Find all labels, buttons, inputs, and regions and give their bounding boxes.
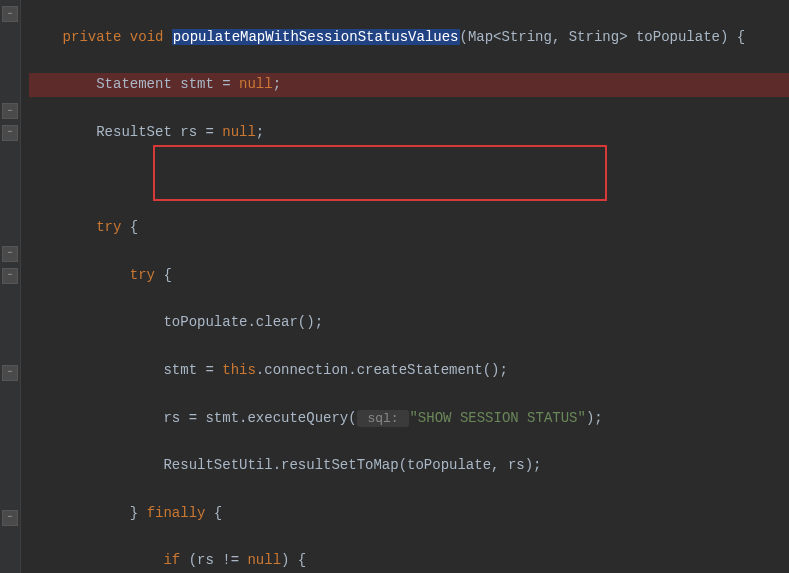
fold-toggle-icon[interactable]: − [2,268,18,284]
code-text: stmt = [29,362,222,378]
code-text: ResultSet rs = [29,124,222,140]
code-line[interactable]: ResultSet rs = null; [29,121,789,145]
fold-toggle-icon[interactable]: − [2,103,18,119]
code-text: (rs != [189,552,248,568]
code-text: } [29,505,147,521]
code-editor[interactable]: − − − − − − − private void po [0,0,789,573]
keyword-this: this [222,362,256,378]
fold-toggle-icon[interactable]: − [2,125,18,141]
code-line[interactable]: stmt = this.connection.createStatement()… [29,359,789,383]
code-text: { [130,219,138,235]
code-text: ) { [281,552,306,568]
code-text: { [163,267,171,283]
code-area[interactable]: private void populateMapWithSessionStatu… [21,0,789,573]
code-line[interactable]: rs = stmt.executeQuery( sql: "SHOW SESSI… [29,407,789,431]
keyword: void [130,29,172,45]
code-text: ; [273,76,281,92]
code-line[interactable]: if (rs != null) { [29,549,789,573]
code-text: { [214,505,222,521]
fold-toggle-icon[interactable]: − [2,246,18,262]
code-line[interactable]: try { [29,216,789,240]
code-text: rs = stmt.executeQuery( [29,410,357,426]
code-text: Statement stmt = [29,76,239,92]
code-text: .connection.createStatement(); [256,362,508,378]
code-line-error[interactable]: Statement stmt = null; [29,73,789,97]
code-text: ; [256,124,264,140]
code-text: toPopulate.clear(); [29,314,323,330]
fold-toggle-icon[interactable]: − [2,365,18,381]
code-line[interactable]: toPopulate.clear(); [29,311,789,335]
keyword: try [29,267,163,283]
fold-toggle-icon[interactable]: − [2,6,18,22]
code-line[interactable]: } finally { [29,502,789,526]
keyword-null: null [239,76,273,92]
keyword: try [29,219,130,235]
gutter: − − − − − − − [0,0,21,573]
code-line[interactable]: ResultSetUtil.resultSetToMap(toPopulate,… [29,454,789,478]
string-literal: "SHOW SESSION STATUS" [409,410,585,426]
fold-toggle-icon[interactable]: − [2,510,18,526]
code-line-blank[interactable] [29,169,789,193]
keyword: private [63,29,130,45]
keyword-null: null [222,124,256,140]
keyword: finally [147,505,214,521]
code-line[interactable]: try { [29,264,789,288]
code-text: (Map<String, String> toPopulate) { [460,29,746,45]
code-text: ResultSetUtil.resultSetToMap(toPopulate,… [29,457,541,473]
code-line[interactable]: private void populateMapWithSessionStatu… [29,26,789,50]
keyword: if [29,552,189,568]
selected-method-name: populateMapWithSessionStatusValues [172,29,460,45]
parameter-hint: sql: [357,410,410,427]
code-text: ); [586,410,603,426]
keyword-null: null [247,552,281,568]
